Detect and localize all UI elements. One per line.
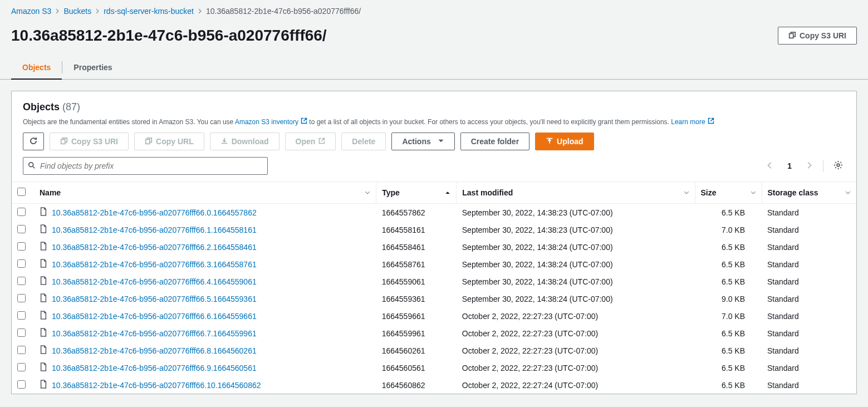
file-icon	[40, 259, 47, 269]
cell-class: Standard	[762, 256, 856, 273]
page-title: 10.36a85812-2b1e-47c6-b956-a020776fff66/	[11, 27, 327, 45]
pagination: 1	[764, 158, 845, 174]
learn-more-link[interactable]: Learn more	[671, 118, 714, 126]
inventory-link[interactable]: Amazon S3 inventory	[235, 118, 307, 126]
create-folder-button[interactable]: Create folder	[460, 133, 529, 150]
table-row: 10.36a85812-2b1e-47c6-b956-a020776fff66.…	[12, 204, 856, 222]
file-icon	[40, 276, 47, 287]
copy-url-button[interactable]: Copy URL	[134, 133, 204, 150]
cell-modified: September 30, 2022, 14:38:24 (UTC-07:00)	[457, 273, 695, 290]
row-checkbox[interactable]	[17, 225, 26, 233]
delete-button[interactable]: Delete	[341, 133, 386, 150]
row-checkbox[interactable]	[17, 380, 26, 389]
sort-asc-icon	[445, 188, 450, 197]
cell-size: 6.5 KB	[695, 256, 762, 273]
file-icon	[40, 345, 47, 356]
panel-count: (87)	[62, 101, 80, 112]
breadcrumb-service[interactable]: Amazon S3	[11, 7, 51, 16]
object-link[interactable]: 10.36a85812-2b1e-47c6-b956-a020776fff66.…	[52, 364, 257, 372]
cell-size: 7.0 KB	[695, 221, 762, 238]
objects-table: Name Type Last modified Size Storage cla…	[12, 182, 856, 394]
column-last-modified[interactable]: Last modified	[457, 182, 695, 204]
object-link[interactable]: 10.36a85812-2b1e-47c6-b956-a020776fff66.…	[52, 312, 257, 321]
download-label: Download	[232, 137, 269, 146]
cell-class: Standard	[762, 342, 856, 359]
divider	[823, 160, 823, 172]
column-type[interactable]: Type	[376, 182, 457, 204]
search-input[interactable]	[36, 159, 263, 173]
object-link[interactable]: 10.36a85812-2b1e-47c6-b956-a020776fff66.…	[52, 277, 257, 286]
file-icon	[40, 362, 47, 373]
select-all-header	[12, 182, 34, 204]
cell-size: 7.0 KB	[695, 307, 762, 325]
download-button[interactable]: Download	[210, 133, 279, 150]
select-all-checkbox[interactable]	[17, 188, 26, 196]
object-link[interactable]: 10.36a85812-2b1e-47c6-b956-a020776fff66.…	[52, 295, 257, 303]
toolbar: Copy S3 URI Copy URL Download Open Delet…	[12, 126, 856, 157]
row-checkbox[interactable]	[17, 311, 26, 320]
cell-size: 6.5 KB	[695, 359, 762, 376]
upload-button[interactable]: Upload	[535, 133, 594, 150]
copy-s3-uri-label: Copy S3 URI	[71, 137, 118, 146]
file-icon	[40, 207, 47, 218]
cell-modified: September 30, 2022, 14:38:24 (UTC-07:00)	[457, 290, 695, 307]
row-checkbox[interactable]	[17, 259, 26, 268]
column-size[interactable]: Size	[695, 182, 762, 204]
cell-modified: October 2, 2022, 22:27:23 (UTC-07:00)	[457, 307, 695, 325]
open-button[interactable]: Open	[285, 133, 336, 150]
object-link[interactable]: 10.36a85812-2b1e-47c6-b956-a020776fff66.…	[52, 329, 257, 338]
tab-objects[interactable]: Objects	[11, 56, 62, 80]
copy-s3-uri-button[interactable]: Copy S3 URI	[50, 133, 129, 150]
table-row: 10.36a85812-2b1e-47c6-b956-a020776fff66.…	[12, 238, 856, 256]
create-folder-label: Create folder	[471, 137, 519, 146]
cell-class: Standard	[762, 307, 856, 325]
object-link[interactable]: 10.36a85812-2b1e-47c6-b956-a020776fff66.…	[52, 208, 257, 217]
breadcrumb-buckets[interactable]: Buckets	[63, 7, 91, 16]
table-row: 10.36a85812-2b1e-47c6-b956-a020776fff66.…	[12, 342, 856, 359]
cell-size: 9.0 KB	[695, 290, 762, 307]
sort-icon	[845, 188, 851, 197]
row-checkbox[interactable]	[17, 208, 26, 216]
copy-url-label: Copy URL	[156, 137, 194, 146]
cell-type: 1664559661	[376, 307, 457, 325]
sort-icon	[365, 188, 370, 197]
refresh-button[interactable]	[23, 133, 44, 150]
objects-panel: Objects (87) Objects are the fundamental…	[11, 91, 857, 394]
column-storage-class[interactable]: Storage class	[762, 182, 856, 204]
cell-type: 1664559961	[376, 325, 457, 342]
row-checkbox[interactable]	[17, 277, 26, 285]
object-link[interactable]: 10.36a85812-2b1e-47c6-b956-a020776fff66.…	[52, 381, 261, 390]
next-page-button[interactable]	[803, 159, 815, 173]
cell-size: 6.5 KB	[695, 342, 762, 359]
cell-size: 6.5 KB	[695, 273, 762, 290]
object-link[interactable]: 10.36a85812-2b1e-47c6-b956-a020776fff66.…	[52, 260, 257, 269]
row-checkbox[interactable]	[17, 242, 26, 251]
page-number: 1	[784, 159, 795, 173]
row-checkbox[interactable]	[17, 363, 26, 371]
copy-s3-uri-header-button[interactable]: Copy S3 URI	[778, 27, 857, 45]
svg-point-1	[837, 164, 840, 166]
external-link-icon	[708, 117, 714, 126]
column-name[interactable]: Name	[34, 182, 376, 204]
object-link[interactable]: 10.36a85812-2b1e-47c6-b956-a020776fff66.…	[52, 346, 257, 355]
object-link[interactable]: 10.36a85812-2b1e-47c6-b956-a020776fff66.…	[52, 243, 257, 252]
table-row: 10.36a85812-2b1e-47c6-b956-a020776fff66.…	[12, 273, 856, 290]
sort-icon	[751, 188, 756, 197]
row-checkbox[interactable]	[17, 294, 26, 302]
cell-type: 1664558461	[376, 238, 457, 256]
row-checkbox[interactable]	[17, 328, 26, 337]
file-icon	[40, 242, 47, 252]
external-link-icon	[318, 137, 325, 146]
cell-size: 6.5 KB	[695, 325, 762, 342]
actions-dropdown[interactable]: Actions	[391, 133, 454, 150]
row-checkbox[interactable]	[17, 346, 26, 354]
cell-size: 6.5 KB	[695, 204, 762, 222]
cell-class: Standard	[762, 238, 856, 256]
search-box[interactable]	[23, 157, 268, 175]
tab-properties[interactable]: Properties	[73, 56, 112, 80]
object-link[interactable]: 10.36a85812-2b1e-47c6-b956-a020776fff66.…	[52, 225, 257, 234]
settings-button[interactable]	[831, 158, 845, 174]
prev-page-button[interactable]	[764, 159, 776, 173]
cell-class: Standard	[762, 290, 856, 307]
breadcrumb-bucket[interactable]: rds-sql-server-kms-bucket	[104, 7, 194, 16]
